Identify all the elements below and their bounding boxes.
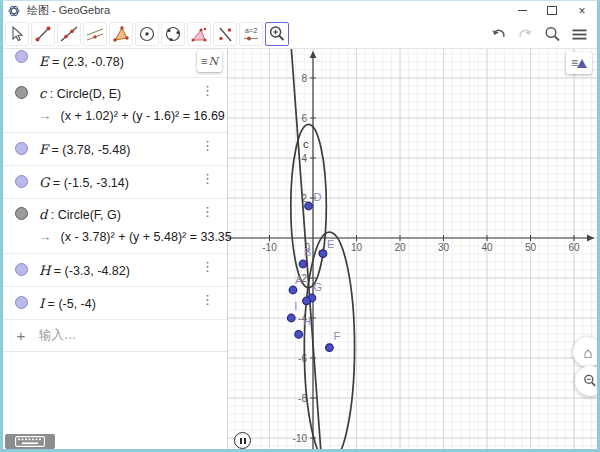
y-tick-label: 8 xyxy=(301,73,307,84)
geogebra-logo-icon xyxy=(8,5,20,17)
object-equation: (x + 1.02)² + (y - 1.6)² = 16.69 xyxy=(61,109,225,123)
algebra-row-G[interactable]: G = (-1.5, -3.14)⋮ xyxy=(3,166,227,199)
object-definition: = (3.78, -5.48) xyxy=(48,143,130,157)
point-G[interactable] xyxy=(303,297,311,305)
redo-button[interactable] xyxy=(515,24,535,44)
maximize-icon xyxy=(547,6,557,15)
arrow-icon: → xyxy=(39,109,52,123)
row-menu-icon[interactable]: ⋮ xyxy=(201,260,214,273)
perpendicular-line-tool-button[interactable] xyxy=(213,22,237,46)
point-E[interactable] xyxy=(319,250,327,258)
virtual-keyboard-button[interactable] xyxy=(5,434,55,449)
slider-icon: a=2 xyxy=(241,24,261,44)
circle-d[interactable] xyxy=(304,232,354,449)
arrow-icon: → xyxy=(39,230,52,244)
svg-text:a=2: a=2 xyxy=(245,26,258,35)
visibility-toggle-c[interactable] xyxy=(15,86,28,99)
close-button[interactable]: × xyxy=(567,1,597,20)
point-label-A: A xyxy=(295,274,303,286)
point-F[interactable] xyxy=(326,344,334,352)
row-menu-icon[interactable]: ⋮ xyxy=(201,139,214,152)
search-button[interactable] xyxy=(542,24,562,44)
angle-tool-button[interactable] xyxy=(187,22,211,46)
point-H[interactable] xyxy=(295,331,303,339)
graphics-view[interactable]: -1001020304050608642-2-4-6-8-10cdABDEFGH… xyxy=(228,48,597,449)
x-tick-label: 60 xyxy=(568,242,580,253)
x-tick-label: 40 xyxy=(481,242,493,253)
visibility-toggle-E[interactable] xyxy=(15,50,28,63)
plus-icon: + xyxy=(3,327,39,344)
visibility-toggle-F[interactable] xyxy=(15,142,28,155)
algebra-row-c[interactable]: c : Circle(D, E)→(x + 1.02)² + (y - 1.6)… xyxy=(3,78,227,133)
point-I[interactable] xyxy=(287,314,295,322)
visibility-toggle-d[interactable] xyxy=(15,207,28,220)
y-tick-label: -6 xyxy=(298,353,307,364)
row-menu-icon[interactable]: ⋮ xyxy=(201,84,214,97)
row-menu-icon[interactable]: ⋮ xyxy=(201,172,214,185)
object-definition: : Circle(F, G) xyxy=(47,208,121,222)
algebra-row-I[interactable]: I = (-5, -4)⋮ xyxy=(3,287,227,320)
home-icon: ⌂ xyxy=(583,344,592,361)
x-tick-label: 30 xyxy=(438,242,450,253)
circle-center-point-tool-button[interactable] xyxy=(135,22,159,46)
visibility-toggle-I[interactable] xyxy=(15,296,28,309)
point-label-I: I xyxy=(294,300,297,312)
algebra-row-F[interactable]: F = (3.78, -5.48)⋮ xyxy=(3,133,227,166)
graphics-style-button[interactable]: ≡ xyxy=(566,52,592,74)
search-icon xyxy=(543,25,562,44)
algebra-row-H[interactable]: H = (-3.3, -4.82)⋮ xyxy=(3,254,227,287)
object-name: H xyxy=(39,263,50,278)
point-label-H: H xyxy=(303,315,311,327)
y-tick-label: -10 xyxy=(293,433,308,444)
maximize-button[interactable] xyxy=(537,1,567,20)
menu-button[interactable] xyxy=(569,24,589,44)
redo-icon xyxy=(516,25,535,44)
polygon-icon xyxy=(111,24,131,44)
curve-label-c: c xyxy=(303,138,309,150)
toolbar: a=2 xyxy=(3,20,597,49)
algebra-style-button[interactable]: ≡N xyxy=(197,50,222,72)
point-label-F: F xyxy=(333,330,340,342)
minimize-button[interactable] xyxy=(507,1,537,20)
circle-three-points-tool-button[interactable] xyxy=(161,22,185,46)
algebra-input-row[interactable]: + 输入… xyxy=(3,320,227,352)
undo-icon xyxy=(489,25,508,44)
slider-tool-button[interactable]: a=2 xyxy=(239,22,263,46)
pause-animation-button[interactable] xyxy=(234,432,251,449)
algebra-style-icon: ≡ xyxy=(201,55,207,67)
move-tool-button[interactable] xyxy=(5,22,29,46)
object-definition: = (-5, -4) xyxy=(44,297,96,311)
line-tool-button[interactable] xyxy=(57,22,81,46)
segment-tool-button[interactable] xyxy=(31,22,55,46)
algebra-input-placeholder[interactable]: 输入… xyxy=(39,327,77,344)
minimize-icon xyxy=(518,10,527,11)
point-D[interactable] xyxy=(305,202,313,210)
algebra-panel: E = (2.3, -0.78)⋮c : Circle(D, E)→(x + 1… xyxy=(3,48,228,449)
window-title: 绘图 - GeoGebra xyxy=(27,3,110,18)
visibility-toggle-G[interactable] xyxy=(15,175,28,188)
keyboard-icon xyxy=(15,436,45,447)
zoom-in-tool-button[interactable] xyxy=(265,22,289,46)
object-name: E xyxy=(39,54,49,69)
point-A[interactable] xyxy=(289,286,297,294)
zoom-button[interactable] xyxy=(575,366,597,396)
circle-three-points-icon xyxy=(163,24,183,44)
visibility-toggle-H[interactable] xyxy=(15,263,28,276)
parallel-line-tool-button[interactable] xyxy=(83,22,107,46)
graph-canvas[interactable]: -1001020304050608642-2-4-6-8-10cdABDEFGH… xyxy=(228,48,597,449)
object-definition: = (-3.3, -4.82) xyxy=(50,264,130,278)
point-label-D: D xyxy=(314,191,322,203)
point-B[interactable] xyxy=(299,260,307,268)
angle-icon xyxy=(189,24,209,44)
object-definition: = (-1.5, -3.14) xyxy=(49,176,129,190)
line-icon xyxy=(59,24,79,44)
algebra-row-E[interactable]: E = (2.3, -0.78)⋮ xyxy=(3,48,227,78)
y-tick-label: 4 xyxy=(301,153,307,164)
algebra-row-d[interactable]: d : Circle(F, G)→(x - 3.78)² + (y + 5.48… xyxy=(3,199,227,254)
undo-button[interactable] xyxy=(488,24,508,44)
home-view-button[interactable]: ⌂ xyxy=(573,337,597,367)
polygon-tool-button[interactable] xyxy=(109,22,133,46)
row-menu-icon[interactable]: ⋮ xyxy=(201,293,214,306)
row-menu-icon[interactable]: ⋮ xyxy=(201,205,214,218)
object-definition: : Circle(D, E) xyxy=(46,87,121,101)
